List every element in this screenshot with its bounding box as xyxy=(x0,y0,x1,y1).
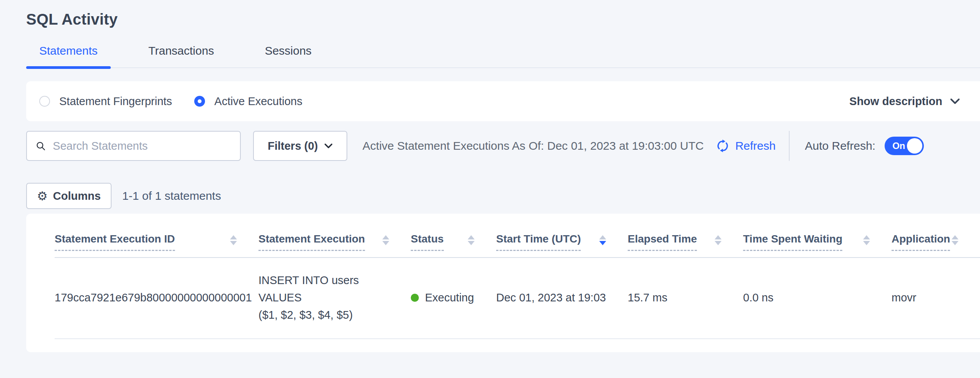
chevron-down-icon xyxy=(950,98,960,104)
statements-table-card: Statement Execution ID Statement Executi… xyxy=(26,214,980,352)
tab-transactions[interactable]: Transactions xyxy=(135,44,227,67)
radio-label: Statement Fingerprints xyxy=(59,95,172,108)
refresh-label: Refresh xyxy=(735,139,776,152)
radio-statement-fingerprints[interactable]: Statement Fingerprints xyxy=(39,95,172,108)
toggle-state-label: On xyxy=(892,140,905,151)
table-controls: ⚙ Columns 1-1 of 1 statements xyxy=(26,183,980,209)
show-description-button[interactable]: Show description xyxy=(849,95,960,108)
search-input[interactable] xyxy=(53,140,232,152)
as-of-timestamp: Active Statement Executions As Of: Dec 0… xyxy=(363,139,704,152)
cell-time-spent-waiting: 0.0 ns xyxy=(743,258,892,339)
column-header-elapsed-time[interactable]: Elapsed Time xyxy=(628,224,743,258)
tabs-bar: Statements Transactions Sessions xyxy=(26,44,980,68)
sort-icon[interactable] xyxy=(382,235,389,245)
column-header-statement-execution[interactable]: Statement Execution xyxy=(258,224,411,258)
table-header-row: Statement Execution ID Statement Executi… xyxy=(55,224,980,258)
columns-button[interactable]: ⚙ Columns xyxy=(26,183,112,209)
auto-refresh-toggle[interactable]: On xyxy=(885,137,924,155)
cell-statement: INSERT INTO users VALUES ($1, $2, $3, $4… xyxy=(258,258,411,339)
sort-icon[interactable] xyxy=(715,235,722,245)
cell-elapsed-time: 15.7 ms xyxy=(628,258,743,339)
radio-label: Active Executions xyxy=(214,95,302,108)
column-header-start-time[interactable]: Start Time (UTC) xyxy=(496,224,628,258)
status-label: Executing xyxy=(425,291,474,304)
filters-button[interactable]: Filters (0) xyxy=(253,131,347,161)
result-count: 1-1 of 1 statements xyxy=(122,189,221,202)
sql-activity-page: { "page": { "title": "SQL Activity" }, "… xyxy=(0,0,980,378)
sort-icon[interactable] xyxy=(952,235,958,245)
filters-label: Filters (0) xyxy=(268,140,318,152)
cell-application: movr xyxy=(892,258,980,339)
tab-sessions[interactable]: Sessions xyxy=(252,44,325,67)
table-row: 179cca7921e679b80000000000000001 INSERT … xyxy=(55,258,980,339)
radio-circle-selected[interactable] xyxy=(194,96,205,107)
cell-status: Executing xyxy=(411,258,496,339)
cell-start-time: Dec 01, 2023 at 19:03 xyxy=(496,258,628,339)
toolbar: Filters (0) Active Statement Executions … xyxy=(26,130,980,161)
show-description-label: Show description xyxy=(849,95,942,108)
page-title: SQL Activity xyxy=(0,0,980,28)
search-icon xyxy=(35,140,46,152)
refresh-icon xyxy=(715,139,730,153)
sort-icon[interactable] xyxy=(230,235,237,245)
radio-active-executions[interactable]: Active Executions xyxy=(194,95,302,108)
column-header-application[interactable]: Application xyxy=(892,224,980,258)
statements-table: Statement Execution ID Statement Executi… xyxy=(55,224,980,339)
search-box[interactable] xyxy=(26,131,241,161)
toolbar-divider xyxy=(789,131,790,161)
columns-label: Columns xyxy=(53,190,101,202)
view-options-card: Statement Fingerprints Active Executions… xyxy=(26,81,980,121)
column-header-status[interactable]: Status xyxy=(411,224,496,258)
refresh-button[interactable]: Refresh xyxy=(715,139,776,153)
statement-line-1: INSERT INTO users VALUES xyxy=(258,272,389,306)
column-header-time-spent-waiting[interactable]: Time Spent Waiting xyxy=(743,224,892,258)
column-header-statement-execution-id[interactable]: Statement Execution ID xyxy=(55,224,258,258)
sort-icon[interactable] xyxy=(863,235,870,245)
radio-circle-unselected[interactable] xyxy=(39,96,50,107)
statement-line-2: ($1, $2, $3, $4, $5) xyxy=(258,306,389,324)
toggle-knob xyxy=(907,138,922,154)
sort-icon[interactable] xyxy=(468,235,475,245)
auto-refresh-label: Auto Refresh: xyxy=(805,139,875,152)
tab-statements[interactable]: Statements xyxy=(26,44,111,67)
chevron-down-icon xyxy=(324,143,333,149)
sort-icon-active-desc[interactable] xyxy=(599,235,606,245)
cell-execution-id: 179cca7921e679b80000000000000001 xyxy=(55,258,258,339)
gear-icon: ⚙ xyxy=(37,190,48,202)
status-dot-icon xyxy=(411,294,419,302)
